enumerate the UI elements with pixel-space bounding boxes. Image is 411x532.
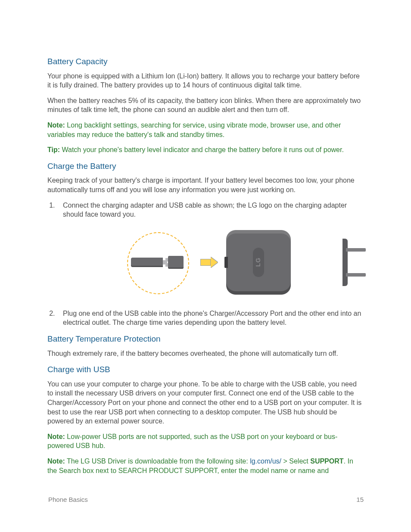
- usb-cable-diagram: [123, 228, 192, 297]
- note-text: Low-power USB ports are not supported, s…: [47, 433, 337, 450]
- body-text: Keeping track of your battery's charge i…: [47, 176, 364, 194]
- heading-charge-usb: Charge with USB: [47, 364, 364, 375]
- driver-site-link[interactable]: lg.com/us/: [250, 457, 281, 465]
- usb-plug-icon: [168, 256, 184, 269]
- note-label: Note:: [47, 121, 65, 129]
- usb-cable-icon: [131, 258, 163, 267]
- note-block: Note: The LG USB Driver is downloadable …: [47, 457, 364, 475]
- charger-body-icon: LG: [226, 230, 291, 295]
- step-item: Connect the charging adapter and USB cab…: [57, 201, 364, 297]
- manual-page: Battery Capacity Your phone is equipped …: [0, 0, 411, 532]
- note-label: Note:: [47, 457, 65, 465]
- tip-text: Watch your phone's battery level indicat…: [62, 146, 343, 153]
- footer-page-number: 15: [356, 495, 364, 504]
- page-footer: Phone Basics 15: [48, 495, 364, 504]
- lg-logo: LG: [255, 258, 263, 267]
- heading-charge-battery: Charge the Battery: [47, 161, 364, 172]
- note-text: > Select: [281, 457, 310, 465]
- tip-label: Tip:: [47, 146, 60, 153]
- note-block: Note: Long backlight settings, searching…: [47, 121, 364, 139]
- body-text: You can use your computer to charge your…: [47, 380, 364, 426]
- tip-block: Tip: Watch your phone's battery level in…: [47, 145, 364, 155]
- heading-temp-protection: Battery Temperature Protection: [47, 333, 364, 345]
- usb-assembly-icon: [131, 256, 184, 269]
- heading-battery-capacity: Battery Capacity: [47, 56, 364, 67]
- step-text: Plug one end of the USB cable into the p…: [63, 310, 361, 327]
- step-item: Plug one end of the USB cable into the p…: [57, 309, 364, 327]
- note-block: Note: Low-power USB ports are not suppor…: [47, 432, 364, 451]
- note-text: Long backlight settings, searching for s…: [47, 121, 341, 138]
- step-text: Connect the charging adapter and USB cab…: [63, 202, 347, 218]
- arrow-right-icon: [200, 257, 218, 268]
- support-bold: SUPPORT: [310, 457, 343, 465]
- note-label: Note:: [47, 433, 65, 440]
- steps-list: Connect the charging adapter and USB cab…: [47, 201, 364, 327]
- charger-label-icon: LG: [253, 248, 264, 277]
- body-text: When the battery reaches 5% of its capac…: [47, 96, 364, 115]
- usb-socket-icon: [224, 257, 228, 268]
- body-text: Though extremely rare, if the battery be…: [47, 349, 364, 358]
- footer-section-title: Phone Basics: [48, 495, 88, 504]
- charging-illustration: LG: [80, 228, 364, 297]
- charger-adapter-diagram: LG: [226, 230, 321, 295]
- body-text: Your phone is equipped with a Lithium Io…: [47, 72, 364, 90]
- note-text: The LG USB Driver is downloadable from t…: [67, 457, 250, 465]
